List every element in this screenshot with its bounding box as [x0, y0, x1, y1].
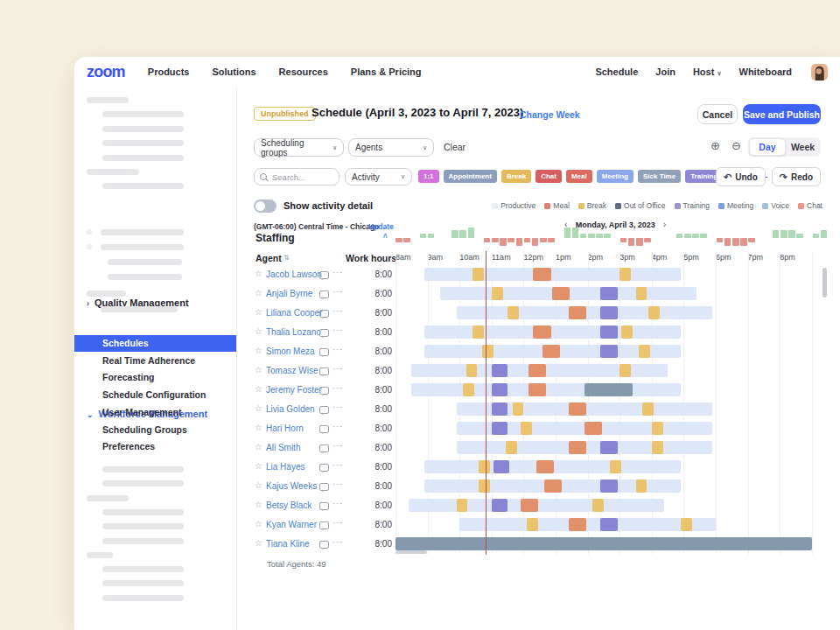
chat-bubble-icon[interactable] [319, 425, 329, 433]
activity-segment-break[interactable] [639, 345, 650, 358]
activity-segment-training[interactable] [492, 422, 508, 435]
activity-segment-break[interactable] [479, 480, 490, 493]
row-menu-icon[interactable]: ··· [332, 287, 343, 296]
activity-segment-training[interactable] [492, 364, 508, 377]
chat-bubble-icon[interactable] [319, 541, 329, 549]
agent-name-link[interactable]: Hari Horn [266, 424, 304, 433]
activity-segment-break[interactable] [466, 364, 478, 377]
agent-name-link[interactable]: Simon Meza [266, 346, 315, 356]
agent-name-link[interactable]: Betsy Black [266, 500, 312, 510]
activity-segment-break[interactable] [472, 326, 484, 339]
star-icon[interactable]: ☆ [255, 365, 262, 374]
row-menu-icon[interactable]: ··· [332, 422, 343, 430]
activity-segment-break[interactable] [472, 268, 484, 281]
chat-bubble-icon[interactable] [319, 271, 329, 279]
cancel-button[interactable]: Cancel [697, 104, 738, 124]
chat-bubble-icon[interactable] [319, 406, 329, 414]
activity-segment-meal[interactable] [542, 345, 560, 358]
activity-segment-break[interactable] [521, 422, 532, 435]
activity-segment-break[interactable] [621, 326, 633, 339]
activity-segment-meal[interactable] [536, 460, 554, 473]
row-menu-icon[interactable]: ··· [332, 306, 343, 315]
activity-segment-break[interactable] [652, 441, 663, 454]
activity-segment-meal[interactable] [544, 480, 562, 493]
chat-bubble-icon[interactable] [319, 502, 329, 510]
activity-segment-training[interactable] [492, 383, 508, 396]
activity-segment-off[interactable] [396, 537, 812, 550]
activity-segment-break[interactable] [492, 287, 503, 300]
activity-segment-training[interactable] [600, 306, 618, 319]
horizontal-scrollbar[interactable] [396, 550, 427, 554]
nav-item-plans-pricing[interactable]: Plans & Pricing [351, 66, 422, 77]
star-icon[interactable]: ☆ [255, 461, 262, 471]
activity-segment-training[interactable] [600, 326, 618, 339]
star-icon[interactable]: ☆ [255, 538, 262, 548]
agent-name-link[interactable]: Ali Smith [266, 443, 300, 452]
sidebar-item-scheduling-groups[interactable]: Scheduling Groups [74, 422, 236, 438]
activity-segment-training[interactable] [492, 402, 508, 416]
nav-item-join[interactable]: Join [655, 66, 676, 77]
zoom-logo[interactable]: zoom [87, 63, 125, 81]
activity-segment-break[interactable] [642, 402, 654, 416]
star-icon[interactable]: ☆ [255, 480, 262, 490]
row-menu-icon[interactable]: ··· [332, 326, 343, 334]
row-menu-icon[interactable]: ··· [332, 364, 343, 373]
agent-name-link[interactable]: Jacob Lawson [266, 270, 322, 279]
activity-segment-meal[interactable] [569, 306, 586, 319]
star-icon[interactable]: ☆ [255, 326, 262, 336]
activity-segment-training[interactable] [600, 441, 618, 454]
star-icon[interactable]: ☆ [255, 269, 262, 278]
activity-segment-break[interactable] [652, 422, 663, 435]
shift-bar[interactable] [424, 268, 681, 281]
activity-segment-sick[interactable] [584, 383, 633, 396]
star-icon[interactable]: ☆ [255, 307, 262, 317]
sidebar-item-real-time-adherence[interactable]: Real Time Adherence [74, 353, 236, 369]
change-week-link[interactable]: Change Week [520, 109, 580, 120]
activity-segment-meal[interactable] [569, 402, 586, 416]
redo-button[interactable]: ↷Redo [772, 167, 821, 186]
shift-bar[interactable] [424, 326, 681, 339]
row-menu-icon[interactable]: ··· [332, 345, 343, 354]
agent-name-link[interactable]: Jeremy Foster [266, 385, 322, 395]
star-icon[interactable]: ☆ [255, 423, 262, 432]
activity-segment-break[interactable] [610, 460, 621, 473]
chat-bubble-icon[interactable] [319, 310, 329, 318]
undo-button[interactable]: ↶Undo [716, 167, 766, 186]
star-icon[interactable]: ☆ [255, 500, 262, 509]
star-icon[interactable]: ☆ [255, 346, 262, 355]
agent-name-link[interactable]: Anjali Byrne [266, 289, 312, 298]
vertical-scrollbar[interactable] [822, 268, 827, 298]
shift-bar[interactable] [459, 518, 716, 531]
row-menu-icon[interactable]: ··· [332, 460, 343, 469]
agent-name-link[interactable]: Thalia Lozano [266, 327, 321, 337]
agent-name-link[interactable]: Tomasz Wise [266, 366, 318, 375]
activity-segment-break[interactable] [636, 480, 648, 493]
zoom-out-icon[interactable]: ⊖ [732, 139, 741, 152]
activity-segment-meal[interactable] [533, 326, 550, 339]
save-and-publish-button[interactable]: Save and Publish [743, 104, 821, 124]
day-tab[interactable]: Day [749, 138, 786, 156]
activity-segment-break[interactable] [457, 499, 468, 512]
activity-segment-meal[interactable] [552, 287, 570, 300]
activity-segment-meal[interactable] [533, 268, 550, 281]
row-menu-icon[interactable]: ··· [332, 480, 343, 488]
chat-bubble-icon[interactable] [319, 368, 329, 375]
staffing-collapse-icon[interactable]: ∧ [382, 231, 388, 240]
sidebar-item-preferences[interactable]: Preferences [74, 438, 236, 455]
chat-bubble-icon[interactable] [319, 348, 329, 356]
nav-item-schedule[interactable]: Schedule [595, 66, 638, 77]
agent-name-link[interactable]: Livia Golden [266, 404, 315, 414]
row-menu-icon[interactable]: ··· [332, 537, 343, 546]
activity-segment-break[interactable] [620, 268, 631, 281]
activity-segment-break[interactable] [620, 364, 631, 377]
zoom-in-icon[interactable]: ⊕ [710, 139, 720, 152]
shift-bar[interactable] [411, 383, 680, 396]
activity-segment-break[interactable] [592, 499, 604, 512]
sidebar-item-user-management[interactable]: User Management [74, 404, 236, 421]
activity-segment-meal[interactable] [528, 364, 546, 377]
agent-name-link[interactable]: Liliana Cooper [266, 308, 323, 318]
activity-segment-break[interactable] [508, 306, 519, 319]
row-menu-icon[interactable]: ··· [332, 441, 343, 450]
scheduling-groups-select[interactable]: Scheduling groups∨ [254, 138, 344, 157]
activity-segment-break[interactable] [681, 518, 692, 531]
